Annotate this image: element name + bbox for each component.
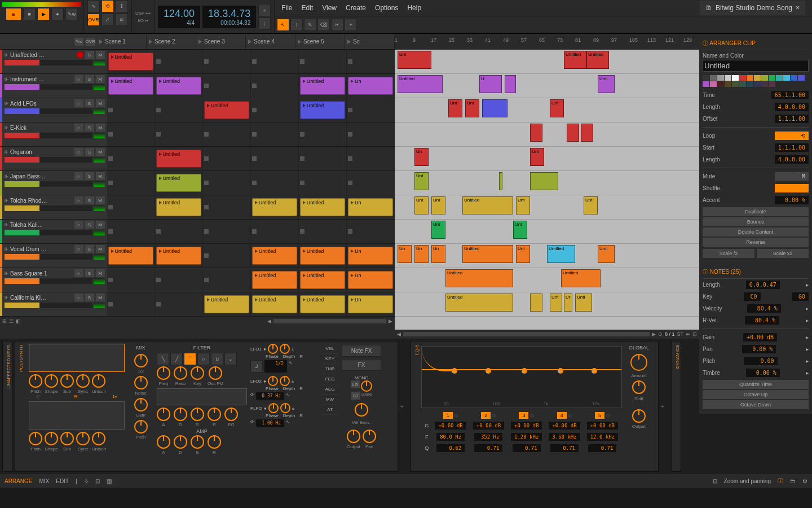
- color-swatch[interactable]: [761, 75, 768, 81]
- sub-knob[interactable]: [60, 432, 74, 445]
- stop-button[interactable]: ■: [23, 8, 36, 20]
- color-swatch[interactable]: [710, 75, 717, 81]
- clip-slot[interactable]: Un: [347, 244, 395, 268]
- clip-slot[interactable]: [203, 220, 251, 243]
- clip-slot[interactable]: Untitled: [299, 74, 347, 98]
- eq-band-button[interactable]: 5: [595, 412, 604, 419]
- position-display[interactable]: 18.3.4.73 00:00:34.32: [202, 6, 256, 28]
- zoom-fit-icon[interactable]: ⊡: [692, 331, 697, 337]
- record-arm-button[interactable]: [77, 51, 83, 58]
- clip-slot[interactable]: Untitled: [155, 171, 203, 195]
- filter-type-button[interactable]: ⌒: [184, 353, 196, 365]
- solo-button[interactable]: S: [85, 99, 94, 107]
- track-header[interactable]: ⊪Vocal Drum …○SM: [0, 244, 107, 268]
- unison-knob[interactable]: [92, 374, 105, 388]
- inspector-action-button[interactable]: Double Content: [703, 227, 809, 237]
- tempo-display[interactable]: 124.00 4/4: [158, 6, 200, 28]
- info-icon[interactable]: ⓘ: [778, 477, 783, 485]
- volume-slider[interactable]: [5, 278, 92, 284]
- loop-toggle[interactable]: ⟲: [775, 132, 809, 140]
- color-swatch[interactable]: [732, 75, 739, 81]
- mod-dest-vel[interactable]: VEL: [321, 344, 338, 354]
- scale-x2-button[interactable]: Scale x2: [757, 249, 809, 258]
- color-swatch[interactable]: [747, 81, 753, 87]
- track-header[interactable]: ⊪Acid LFOs○SM: [0, 98, 107, 122]
- automation-write-header[interactable]: ✎w: [74, 38, 83, 46]
- clip-slot[interactable]: [251, 50, 299, 73]
- volume-slider[interactable]: [5, 205, 92, 211]
- solo-button[interactable]: S: [85, 269, 94, 277]
- clip-name-input[interactable]: [703, 60, 809, 72]
- arranger-clip[interactable]: Unt: [431, 196, 445, 214]
- clip-slot[interactable]: Untitled: [299, 98, 347, 122]
- record-arm-button[interactable]: ○: [74, 75, 83, 83]
- key-high[interactable]: G0: [792, 292, 809, 301]
- filter-type-button[interactable]: ╲: [157, 353, 169, 365]
- ovr-button[interactable]: OVR: [87, 14, 100, 26]
- knife-tool[interactable]: ✂: [331, 19, 343, 31]
- eq-q-value[interactable]: 0.62: [436, 444, 465, 452]
- clip-slot[interactable]: [251, 147, 299, 170]
- color-swatch[interactable]: [703, 75, 709, 81]
- color-swatch[interactable]: [783, 75, 790, 81]
- mute-button[interactable]: M: [96, 99, 105, 107]
- lfo2-depth-knob[interactable]: [280, 376, 290, 386]
- looplen-value[interactable]: 4.0.0.00: [775, 155, 809, 164]
- menu-file[interactable]: File: [281, 4, 292, 12]
- scale-half-button[interactable]: Scale /2: [703, 249, 754, 258]
- color-swatch[interactable]: [761, 81, 768, 87]
- arranger-clip[interactable]: Unt: [513, 221, 527, 239]
- ovr-header[interactable]: OVR: [86, 38, 95, 46]
- eq-band-button[interactable]: 2: [481, 412, 491, 419]
- scene-header-cell[interactable]: Scene 3: [196, 34, 246, 49]
- mute-button[interactable]: M: [96, 124, 105, 132]
- color-swatch[interactable]: [769, 81, 775, 87]
- volume-slider[interactable]: [5, 254, 92, 260]
- clip-slot[interactable]: [155, 220, 203, 243]
- notefx-button[interactable]: Note FX: [342, 345, 381, 357]
- clip-slot[interactable]: [155, 122, 203, 146]
- clip-slot[interactable]: [299, 122, 347, 146]
- mod-dest-tmb[interactable]: TMB: [321, 364, 338, 374]
- sync-knob[interactable]: [76, 432, 90, 445]
- arranger-clip[interactable]: Unt: [414, 196, 429, 214]
- play-button[interactable]: ▶: [37, 8, 50, 20]
- loop-button[interactable]: ⟲: [102, 0, 114, 12]
- clip-slot[interactable]: [299, 220, 347, 243]
- solo-button[interactable]: S: [85, 51, 94, 59]
- mod-dest-feg[interactable]: FEG: [321, 374, 338, 384]
- link-button[interactable]: ♩: [258, 17, 271, 30]
- clip-slot[interactable]: [347, 122, 395, 146]
- view-icon[interactable]: ⊞: [2, 318, 7, 324]
- output-knob[interactable]: [347, 430, 360, 443]
- fill-button[interactable]: ⤢: [102, 14, 114, 26]
- clip-slot[interactable]: [107, 195, 155, 219]
- noise-knob[interactable]: [134, 376, 148, 389]
- mod-dest-key[interactable]: KEY: [321, 354, 338, 364]
- arranger-clip[interactable]: [567, 124, 579, 142]
- solo-button[interactable]: S: [85, 172, 94, 180]
- velsens-knob[interactable]: [355, 403, 368, 417]
- sync-knob[interactable]: [76, 374, 90, 388]
- scene-header-cell[interactable]: Scene 5: [295, 34, 345, 49]
- clip-slot[interactable]: [155, 292, 203, 316]
- eq-g-value[interactable]: +0.00 dB: [511, 422, 542, 430]
- color-swatch[interactable]: [732, 81, 739, 87]
- clip-slot[interactable]: [251, 122, 299, 146]
- clip-slot[interactable]: [347, 171, 395, 195]
- clip-slot[interactable]: Un: [347, 268, 395, 292]
- arranger-clip[interactable]: Unt: [448, 99, 462, 117]
- clip-slot[interactable]: [299, 50, 347, 73]
- clip-slot[interactable]: [107, 292, 155, 316]
- arranger-clip[interactable]: Untitled: [398, 75, 443, 93]
- scene-header-cell[interactable]: Sc: [345, 34, 395, 49]
- arranger-clip[interactable]: [530, 124, 542, 142]
- record-arm-button[interactable]: ○: [74, 196, 83, 204]
- arranger-clip[interactable]: Untitled: [547, 245, 575, 263]
- inspector-action-button[interactable]: Reverse: [703, 238, 809, 247]
- color-swatch[interactable]: [725, 81, 731, 87]
- clip-slot[interactable]: [203, 74, 251, 98]
- global-shift-knob[interactable]: [632, 380, 646, 394]
- eq-graph[interactable]: 1 2 3 4 5 201001k10k: [421, 346, 622, 408]
- clip-slot[interactable]: Untitled: [299, 292, 347, 316]
